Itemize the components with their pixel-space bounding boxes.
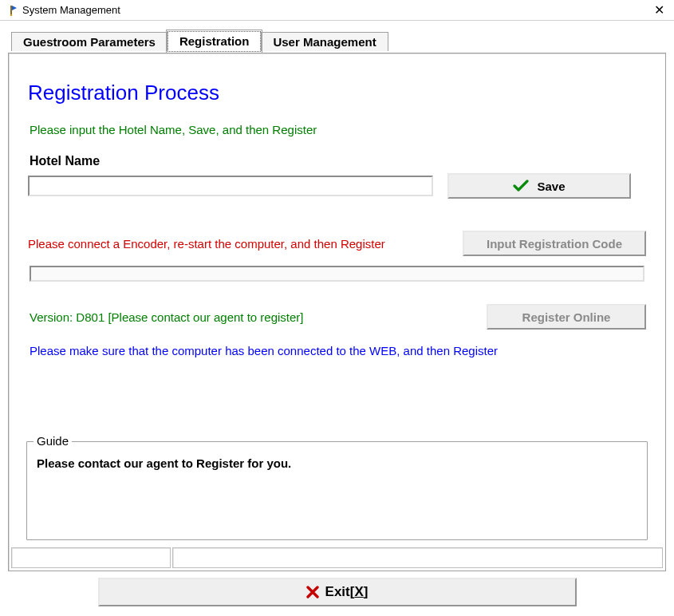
version-text: Version: D801 [Please contact our agent … bbox=[30, 310, 304, 324]
exit-button[interactable]: Exit[X] bbox=[98, 578, 577, 606]
instruction-text: Please input the Hotel Name, Save, and t… bbox=[30, 123, 660, 136]
encoder-warning: Please connect a Encoder, re-start the c… bbox=[28, 237, 385, 251]
save-button[interactable]: Save bbox=[447, 173, 631, 199]
svg-point-1 bbox=[10, 14, 13, 16]
svg-rect-0 bbox=[10, 6, 12, 15]
status-cell-1 bbox=[11, 547, 171, 568]
tabstrip: Guestroom Parameters Registration User M… bbox=[0, 21, 674, 51]
tab-panel: Registration Process Please input the Ho… bbox=[6, 51, 668, 573]
page-heading: Registration Process bbox=[28, 81, 660, 105]
titlebar: System Management ✕ bbox=[0, 0, 674, 21]
guide-legend: Guide bbox=[34, 434, 72, 448]
registration-code-field bbox=[30, 266, 644, 282]
tab-user-management[interactable]: User Management bbox=[261, 32, 388, 52]
input-registration-code-button[interactable]: Input Registration Code bbox=[463, 231, 646, 256]
window-title: System Management bbox=[22, 4, 120, 16]
guide-groupbox: Guide Please contact our agent to Regist… bbox=[26, 441, 648, 540]
hotel-name-label: Hotel Name bbox=[30, 154, 660, 168]
guide-text: Please contact our agent to Register for… bbox=[37, 456, 637, 470]
exit-button-label: Exit[X] bbox=[325, 584, 369, 600]
register-online-button[interactable]: Register Online bbox=[487, 304, 646, 330]
statusbar bbox=[11, 547, 663, 568]
check-icon bbox=[513, 180, 529, 192]
register-online-label: Register Online bbox=[522, 310, 611, 324]
app-icon bbox=[5, 4, 18, 17]
close-icon bbox=[306, 586, 319, 598]
tab-guestroom-parameters[interactable]: Guestroom Parameters bbox=[11, 32, 168, 52]
save-button-label: Save bbox=[537, 180, 565, 193]
hotel-name-input[interactable] bbox=[28, 176, 433, 196]
status-cell-2 bbox=[172, 547, 663, 568]
input-registration-code-label: Input Registration Code bbox=[487, 237, 622, 251]
close-button[interactable]: ✕ bbox=[648, 2, 671, 18]
web-note: Please make sure that the computer has b… bbox=[30, 344, 660, 357]
tab-registration[interactable]: Registration bbox=[168, 31, 262, 52]
